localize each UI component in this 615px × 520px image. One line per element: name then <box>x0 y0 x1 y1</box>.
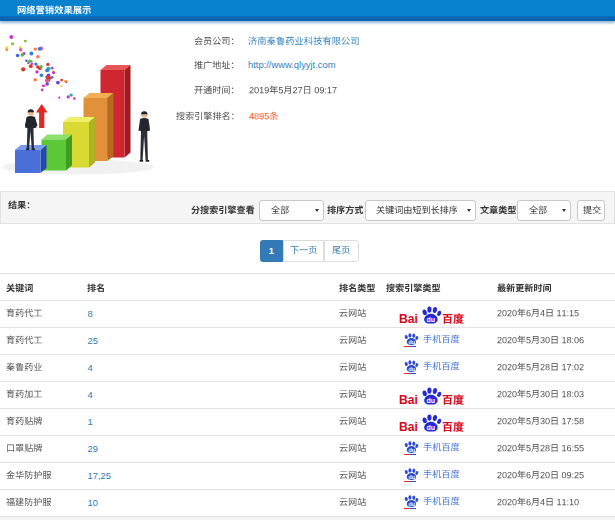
svg-text:du: du <box>427 424 436 431</box>
svg-text:du: du <box>408 366 415 372</box>
svg-text:du: du <box>408 339 415 345</box>
svg-text:Bai: Bai <box>399 312 418 325</box>
svg-text:du: du <box>408 474 415 480</box>
svg-text:Bai: Bai <box>399 393 418 406</box>
svg-text:du: du <box>408 501 415 507</box>
svg-text:du: du <box>408 447 415 453</box>
svg-text:du: du <box>427 397 436 404</box>
svg-text:Bai: Bai <box>399 420 418 433</box>
svg-text:du: du <box>427 316 436 323</box>
